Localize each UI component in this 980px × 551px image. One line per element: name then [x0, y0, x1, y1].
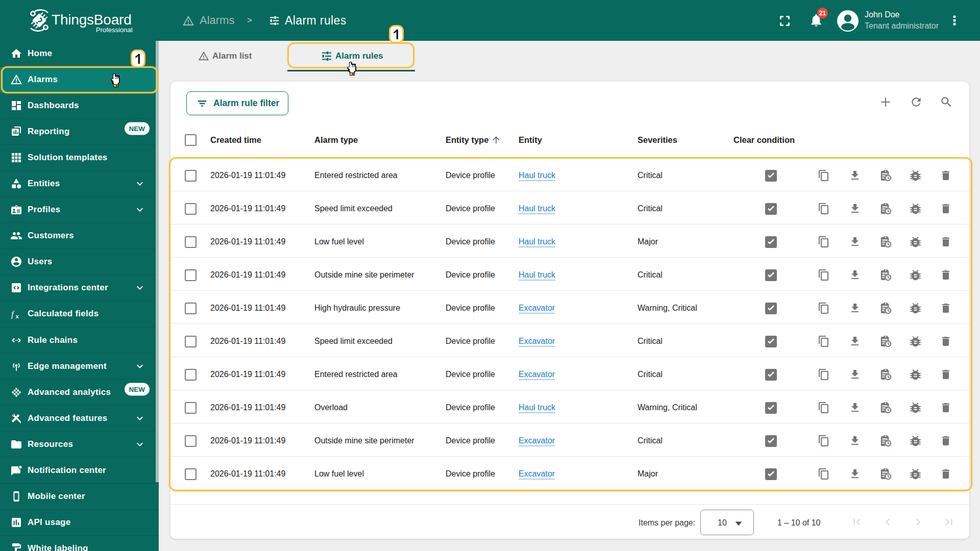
- svg-text:x: x: [15, 313, 19, 319]
- svg-text:f: f: [11, 309, 15, 319]
